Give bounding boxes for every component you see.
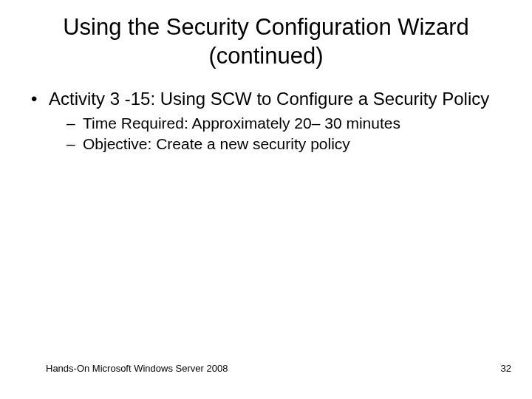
slide: Using the Security Configuration Wizard … [0,0,532,399]
list-item: Objective: Create a new security policy [66,134,502,154]
bullet-list-level1: Activity 3 -15: Using SCW to Configure a… [27,87,502,155]
bullet-text: Time Required: Approximately 20– 30 minu… [83,115,400,132]
slide-body: Activity 3 -15: Using SCW to Configure a… [0,87,532,155]
list-item: Time Required: Approximately 20– 30 minu… [66,113,502,134]
list-item: Activity 3 -15: Using SCW to Configure a… [27,87,502,155]
footer-source: Hands-On Microsoft Windows Server 2008 [46,363,228,374]
bullet-text: Objective: Create a new security policy [83,135,350,152]
page-number: 32 [501,363,511,374]
bullet-list-level2: Time Required: Approximately 20– 30 minu… [49,113,502,155]
slide-title: Using the Security Configuration Wizard … [0,0,532,71]
bullet-text: Activity 3 -15: Using SCW to Configure a… [49,89,489,109]
